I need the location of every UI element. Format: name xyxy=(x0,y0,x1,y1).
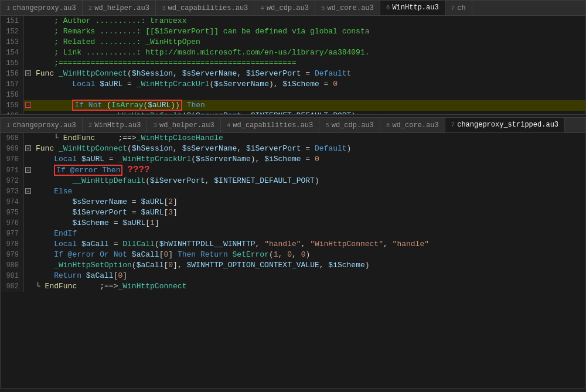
bottom-tab-bar[interactable]: 1changeproxy.au3 2WinHttp.au3 3wd_helper… xyxy=(1,118,585,133)
tab-7[interactable]: 7ch xyxy=(445,1,472,15)
code-line-160: 160 __WinHttpDefault($iServerPort, $INTE… xyxy=(1,111,585,115)
code-line-978: 978 Local $aCall = DllCall($hWINHTTPDLL_… xyxy=(1,239,585,250)
code-line-977: 977 EndIf xyxy=(1,229,585,239)
code-line-970: 970 Local $aURL = _WinHttpCrackUrl($sSer… xyxy=(1,154,585,165)
top-tab-bar[interactable]: 1changeproxy.au3 2wd_helper.au3 3wd_capa… xyxy=(1,1,585,16)
tab-winhttp-b2[interactable]: 2WinHttp.au3 xyxy=(83,118,148,132)
code-line-153: 153 ; Related ........: _WinHttpOpen xyxy=(1,37,585,47)
code-line-158: 158 xyxy=(1,90,585,100)
code-line-975: 975 $iServerPort = $aURL[3] xyxy=(1,207,585,218)
code-line-976: 976 $iScheme = $aURL[1] xyxy=(1,218,585,229)
top-code-area: 151 ; Author ..........: trancexx 152 ; … xyxy=(1,16,585,115)
bottom-code-area: 968 └ EndFunc ;==>_WinHttpCloseHandle 96… xyxy=(1,133,585,292)
code-line-982: 982 └ EndFunc ;==>_WinHttpConnect xyxy=(1,281,585,292)
tab-changeproxy-b1[interactable]: 1changeproxy.au3 xyxy=(1,118,83,132)
tab-wd-cdp[interactable]: 4wd_cdp.au3 xyxy=(254,1,315,15)
tab-winhttp[interactable]: 6WinHttp.au3 xyxy=(380,1,445,15)
code-line-981: 981 Return $aCall[0] xyxy=(1,271,585,281)
code-line-980: 980 _WinHttpSetOption($aCall[0], $WINHTT… xyxy=(1,260,585,271)
code-line-979: 979 If @error Or Not $aCall[0] Then Retu… xyxy=(1,250,585,260)
code-line-968: 968 └ EndFunc ;==>_WinHttpCloseHandle xyxy=(1,133,585,144)
tab-wd-capabilities[interactable]: 3wd_capabilities.au3 xyxy=(156,1,254,15)
code-line-974: 974 $sServerName = $aURL[2] xyxy=(1,197,585,207)
bottom-pane: 1changeproxy.au3 2WinHttp.au3 3wd_helper… xyxy=(0,117,586,388)
tab-changeproxy-stripped-b7[interactable]: 7changeproxy_stripped.au3 xyxy=(445,118,565,132)
code-line-155: 155 ;===================================… xyxy=(1,58,585,69)
code-line-157: 157 Local $aURL = _WinHttpCrackUrl($sSer… xyxy=(1,79,585,90)
tab-wd-cdp-b5[interactable]: 5wd_cdp.au3 xyxy=(319,118,380,132)
tab-wd-helper-b3[interactable]: 3wd_helper.au3 xyxy=(147,118,220,132)
tab-wd-core-b6[interactable]: 6wd_core.au3 xyxy=(380,118,445,132)
tab-changeproxy-1[interactable]: 1changeproxy.au3 xyxy=(1,1,83,15)
code-line-972: 972 __WinHttpDefault($iServerPort, $INTE… xyxy=(1,176,585,186)
code-line-152: 152 ; Remarks ........: [[$iServerPort]]… xyxy=(1,26,585,37)
code-line-973: 973 - Else xyxy=(1,186,585,197)
tab-wd-capabilities-b4[interactable]: 4wd_capabilities.au3 xyxy=(221,118,319,132)
tab-wd-helper[interactable]: 2wd_helper.au3 xyxy=(83,1,156,15)
code-line-159: 159 - If Not (IsArray($aURL)) Then xyxy=(1,100,585,111)
code-line-151: 151 ; Author ..........: trancexx xyxy=(1,16,585,26)
top-pane: 1changeproxy.au3 2wd_helper.au3 3wd_capa… xyxy=(0,0,586,115)
code-line-969: 969 - Func _WinHttpConnect($hSession, $s… xyxy=(1,144,585,154)
tab-wd-core[interactable]: 5wd_core.au3 xyxy=(315,1,380,15)
code-line-971: 971 - If @error Then ???? xyxy=(1,165,585,176)
code-line-154: 154 ; Link ...........: http://msdn.micr… xyxy=(1,47,585,58)
code-line-156: 156 - Func _WinHttpConnect($hSession, $s… xyxy=(1,69,585,79)
